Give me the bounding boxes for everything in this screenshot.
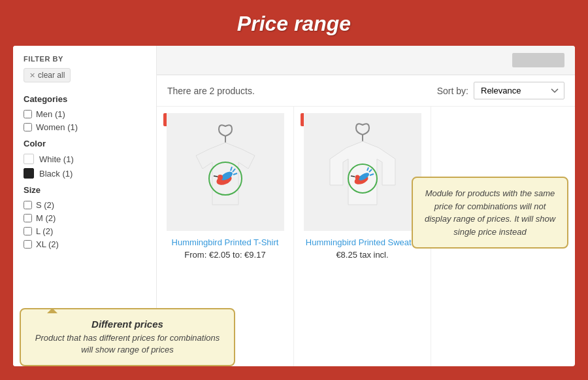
size-m[interactable]: M (2) — [24, 213, 146, 223]
category-men[interactable]: Men (1) — [24, 109, 146, 119]
svg-line-5 — [214, 176, 218, 177]
svg-point-13 — [355, 175, 359, 180]
tooltip-left-text: Product that has different prices for co… — [31, 332, 223, 356]
tooltip-left-title: Different prices — [31, 319, 223, 330]
black-swatch — [24, 168, 34, 179]
size-l-label: L (2) — [36, 226, 53, 236]
category-men-checkbox[interactable] — [24, 110, 32, 118]
product-image-1 — [167, 113, 284, 231]
size-label: Size — [24, 185, 146, 195]
size-m-label: M (2) — [36, 213, 56, 223]
svg-point-4 — [218, 175, 223, 180]
category-women-label: Women (1) — [36, 122, 78, 132]
tooltip-left: Different prices Product that has differ… — [20, 308, 235, 366]
size-xl-checkbox[interactable] — [24, 240, 32, 249]
category-women[interactable]: Women (1) — [24, 122, 146, 132]
size-xl[interactable]: XL (2) — [24, 239, 146, 249]
size-section: Size S (2) M (2) L (2) XL (2) — [24, 185, 146, 249]
page-title: Price range — [237, 0, 351, 46]
categories-label: Categories — [24, 94, 146, 104]
clear-all-label: clear all — [38, 71, 65, 80]
sort-select[interactable]: Relevance Name, A to Z Name, Z to A Pric… — [474, 82, 564, 99]
category-women-checkbox[interactable] — [24, 123, 32, 131]
clear-all-button[interactable]: ✕ clear all — [24, 68, 71, 82]
filter-by-label: FILTER BY — [24, 55, 146, 63]
size-l[interactable]: L (2) — [24, 226, 146, 236]
product-count: There are 2 products. — [167, 86, 255, 96]
sort-label: Sort by: — [437, 86, 468, 96]
size-s-checkbox[interactable] — [24, 201, 32, 209]
color-black[interactable]: Black (1) — [24, 168, 146, 179]
size-s-label: S (2) — [36, 200, 54, 210]
product-card-sweater: -20% — [294, 107, 431, 366]
close-icon: ✕ — [29, 71, 35, 80]
sort-container: Sort by: Relevance Name, A to Z Name, Z … — [437, 82, 564, 99]
tooltip-right: Module for products with the same price … — [412, 177, 568, 249]
color-white-label: White (1) — [39, 154, 74, 164]
color-label: Color — [24, 139, 146, 148]
size-l-checkbox[interactable] — [24, 227, 32, 235]
product-price-1: From: €2.05 to: €9.17 — [184, 250, 265, 260]
product-bar: There are 2 products. Sort by: Relevance… — [157, 75, 575, 107]
product-price-2: €8.25 tax incl. — [336, 250, 388, 260]
size-m-checkbox[interactable] — [24, 214, 32, 222]
color-white[interactable]: White (1) — [24, 154, 146, 164]
tooltip-right-text: Module for products with the same price … — [423, 187, 557, 238]
white-swatch — [24, 154, 34, 164]
svg-line-14 — [351, 176, 355, 177]
color-section: Color White (1) Black (1) — [24, 139, 146, 179]
color-black-label: Black (1) — [39, 169, 73, 179]
category-men-label: Men (1) — [36, 109, 65, 119]
top-bar — [157, 46, 575, 75]
top-bar-placeholder — [512, 53, 564, 67]
size-xl-label: XL (2) — [36, 239, 59, 249]
product-name-2[interactable]: Hummingbird Printed Sweater — [306, 237, 419, 247]
size-s[interactable]: S (2) — [24, 200, 146, 210]
product-image-2 — [304, 113, 421, 231]
product-name-1[interactable]: Hummingbird Printed T-Shirt — [172, 237, 279, 247]
